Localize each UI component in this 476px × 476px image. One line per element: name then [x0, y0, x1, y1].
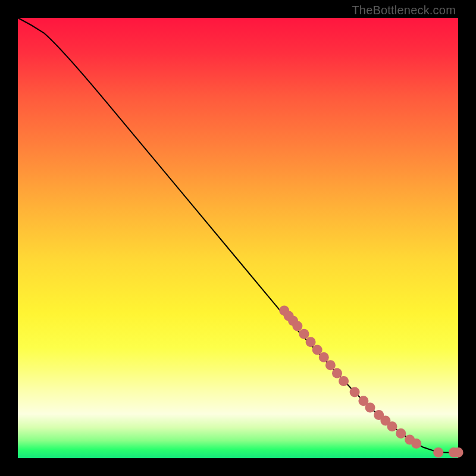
chart-point [396, 428, 406, 439]
chart-plot-area [18, 18, 458, 458]
chart-point [339, 376, 349, 386]
chart-points-group [279, 306, 463, 458]
chart-svg [18, 18, 458, 458]
chart-point [325, 360, 336, 370]
chart-point [433, 447, 443, 458]
chart-point [387, 421, 397, 431]
chart-point [411, 439, 421, 449]
chart-curve [18, 18, 458, 452]
chart-stage: TheBottleneck.com [0, 0, 476, 476]
chart-point [306, 337, 316, 347]
chart-point [299, 329, 309, 339]
chart-point [332, 368, 342, 378]
chart-point [319, 352, 329, 362]
chart-point [453, 447, 464, 458]
chart-point [292, 321, 302, 331]
chart-point [350, 387, 360, 397]
chart-point [365, 402, 375, 412]
watermark-text: TheBottleneck.com [352, 4, 456, 17]
